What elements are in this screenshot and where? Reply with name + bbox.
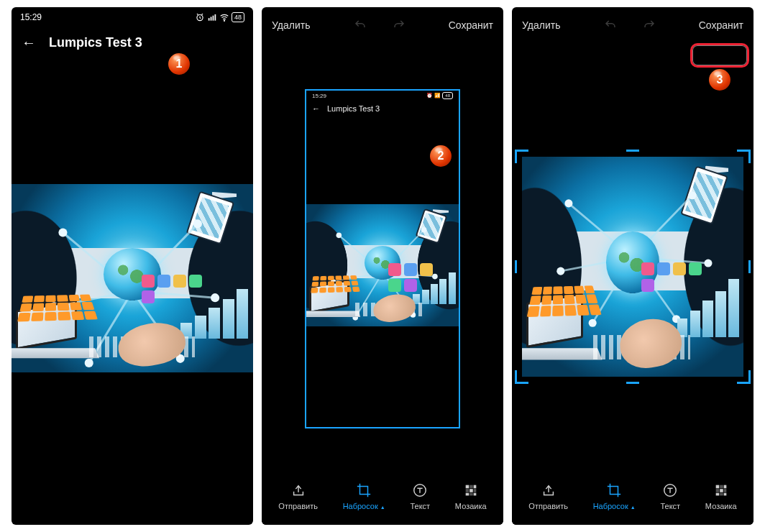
crop-icon [356,482,372,498]
editor-toolbar: Отправить Набросок▲ Текст Мозаика [512,474,753,525]
toolbar-mosaic[interactable]: Мозаика [705,482,737,510]
crop-handle-bottom[interactable] [626,382,639,384]
save-button[interactable]: Сохранит [699,19,743,31]
toolbar-sketch[interactable]: Набросок▲ [343,482,385,510]
svg-rect-36 [473,489,476,492]
wifi-icon [219,12,229,22]
svg-rect-54 [720,485,723,489]
step-badge-3: 3 [709,69,730,91]
svg-rect-60 [720,493,723,496]
crop-handle-right[interactable] [748,260,751,273]
svg-point-24 [336,232,342,238]
svg-rect-59 [715,493,719,496]
inner-back-icon: ← [312,104,320,113]
crop-frame-tight[interactable] [516,151,749,382]
svg-rect-53 [715,485,719,489]
mosaic-icon [713,482,729,498]
tech-image [12,184,253,372]
svg-rect-31 [465,485,469,489]
status-time: 15:29 [20,12,42,22]
text-icon [412,482,428,498]
svg-rect-34 [465,489,469,492]
highlight-save [690,43,749,68]
toolbar-text[interactable]: Текст [410,482,430,510]
toolbar-send[interactable]: Отправить [278,482,318,510]
crop-handle-tl[interactable] [515,150,528,163]
svg-rect-2 [211,17,212,20]
inner-header: ← Lumpics Test 3 [306,101,459,116]
undo-icon[interactable] [604,19,617,32]
step-badge-1: 1 [168,53,190,75]
svg-rect-1 [209,18,210,21]
svg-rect-32 [469,485,473,489]
image-viewer[interactable] [12,184,253,372]
crop-frame-full[interactable]: 15:29 ⏰ 📶 48 ← Lumpics Test 3 [305,89,460,428]
redo-icon[interactable] [643,19,656,32]
editor-header: Удалить Сохранит [262,7,503,43]
svg-rect-61 [723,493,726,496]
tutorial-three-panels: 15:29 48 ← Lumpics Test 3 1 Удалить Сохр… [0,0,765,532]
signal-icon [207,12,217,22]
delete-button[interactable]: Удалить [522,19,560,31]
toolbar-send[interactable]: Отправить [528,482,568,510]
editor-header: Удалить Сохранит [512,7,753,43]
svg-rect-33 [473,485,476,489]
step-badge-2: 2 [430,145,452,167]
phone-screen-1: 15:29 48 ← Lumpics Test 3 1 [12,7,253,525]
undo-icon[interactable] [354,19,367,32]
crop-handle-left[interactable] [515,260,517,273]
toolbar-text[interactable]: Текст [660,482,680,510]
status-bar: 15:29 48 [12,7,253,27]
crop-handle-bl[interactable] [515,370,528,384]
svg-rect-37 [465,493,469,496]
alarm-icon [195,12,205,22]
phone-screen-3: Удалить Сохранит 3 Отправить Набросок▲ Т… [512,7,753,525]
save-button[interactable]: Сохранит [449,19,493,31]
battery-icon: 48 [232,12,244,22]
text-icon [662,482,678,498]
svg-point-25 [421,226,426,232]
crop-handle-top[interactable] [626,150,639,152]
svg-rect-58 [723,489,726,492]
toolbar-sketch[interactable]: Набросок▲ [593,482,636,510]
inner-image [306,204,459,326]
page-title: Lumpics Test 3 [49,35,142,50]
svg-rect-39 [473,493,476,496]
toolbar-mosaic[interactable]: Мозаика [455,482,487,510]
crop-icon [606,482,622,498]
svg-rect-55 [723,485,726,489]
share-icon [541,482,556,498]
svg-point-5 [224,20,224,21]
phone-screen-2: Удалить Сохранит 15:29 ⏰ 📶 48 ← Lumpics … [262,7,503,525]
svg-point-12 [58,228,67,237]
redo-icon[interactable] [393,19,406,32]
share-icon [290,482,306,498]
svg-rect-3 [213,16,214,21]
crop-handle-br[interactable] [737,370,751,384]
svg-rect-56 [715,489,719,492]
inner-status-bar: 15:29 ⏰ 📶 48 [306,91,459,101]
header-bar: ← Lumpics Test 3 [12,27,253,58]
status-icons: 48 [195,12,244,22]
svg-point-13 [193,219,202,228]
svg-rect-4 [214,14,216,21]
svg-rect-35 [469,489,473,492]
svg-rect-57 [720,489,723,492]
delete-button[interactable]: Удалить [272,19,310,31]
mosaic-icon [463,482,479,498]
svg-rect-38 [469,493,473,496]
editor-toolbar: Отправить Набросок▲ Текст Мозаика [262,474,503,525]
back-icon[interactable]: ← [22,35,36,51]
crop-handle-tr[interactable] [737,150,751,163]
